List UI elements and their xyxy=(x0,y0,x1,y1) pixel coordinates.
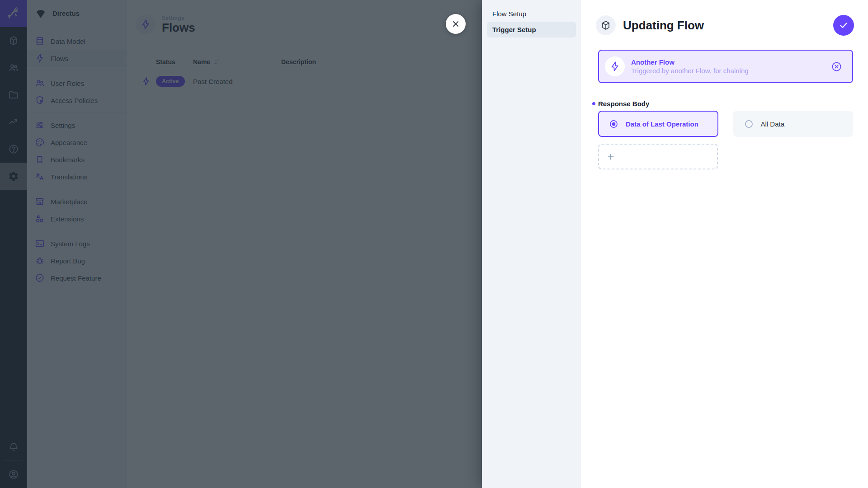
response-body-options: Data of Last Operation All Data xyxy=(598,111,853,137)
check-icon xyxy=(838,20,849,31)
directus-app: Directus Data Model Flows User Roles Acc… xyxy=(0,0,868,488)
drawer-nav-flow-setup[interactable]: Flow Setup xyxy=(487,6,576,22)
radio-selected-icon xyxy=(609,119,618,129)
plus-icon xyxy=(606,152,615,161)
drawer-navigation: Flow Setup Trigger Setup xyxy=(482,0,581,488)
option-label: All Data xyxy=(761,120,785,128)
drawer-content: Updating Flow Another Flow Triggered by … xyxy=(581,0,868,488)
trigger-avatar xyxy=(605,56,625,76)
drawer-title-icon-circle xyxy=(596,15,616,35)
drawer-nav-trigger-setup[interactable]: Trigger Setup xyxy=(487,22,576,38)
trigger-card-title: Another Flow xyxy=(631,58,749,66)
other-option-button[interactable] xyxy=(598,144,718,169)
save-button[interactable] xyxy=(833,15,854,36)
trigger-card-subtitle: Triggered by another Flow, for chaining xyxy=(631,66,749,75)
drawer-title: Updating Flow xyxy=(623,19,704,33)
updating-flow-drawer: Flow Setup Trigger Setup Updating Flow A… xyxy=(482,0,868,488)
selected-trigger-card: Another Flow Triggered by another Flow, … xyxy=(598,50,853,83)
circle-x-icon xyxy=(831,61,842,72)
close-icon xyxy=(451,19,461,29)
bolt-icon xyxy=(609,61,620,72)
option-data-of-last-operation[interactable]: Data of Last Operation xyxy=(598,111,718,137)
trigger-card-text: Another Flow Triggered by another Flow, … xyxy=(631,58,749,75)
close-drawer-button[interactable] xyxy=(446,14,466,34)
option-label: Data of Last Operation xyxy=(626,120,698,128)
option-all-data[interactable]: All Data xyxy=(733,111,854,137)
radio-unselected-icon xyxy=(744,119,754,129)
drawer-header: Updating Flow xyxy=(596,15,854,36)
cube-icon xyxy=(600,20,611,31)
deselect-trigger-button[interactable] xyxy=(831,61,842,72)
response-body-label: Response Body xyxy=(598,100,649,108)
